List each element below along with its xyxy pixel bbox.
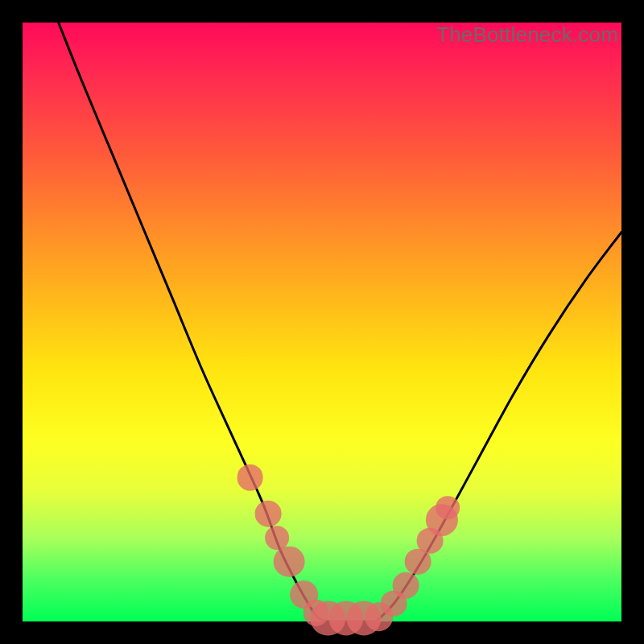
data-marker <box>237 464 263 491</box>
data-marker <box>365 602 394 631</box>
data-marker <box>417 527 444 554</box>
plot-area <box>23 23 621 621</box>
left-curve-path <box>59 23 328 621</box>
right-curve-path <box>376 232 621 621</box>
data-marker <box>405 548 431 575</box>
data-marker <box>303 599 329 625</box>
data-marker <box>274 546 305 577</box>
data-marker <box>328 601 363 636</box>
data-marker <box>393 572 419 599</box>
data-marker <box>311 601 345 636</box>
chart-container: TheBottleneck.com <box>0 0 644 644</box>
data-marker <box>426 503 458 535</box>
data-marker <box>381 590 407 617</box>
data-marker <box>265 526 289 550</box>
curve-layer <box>23 23 621 621</box>
data-marker <box>436 496 460 520</box>
data-marker <box>255 501 282 527</box>
data-marker <box>290 580 319 609</box>
data-marker <box>347 601 382 636</box>
